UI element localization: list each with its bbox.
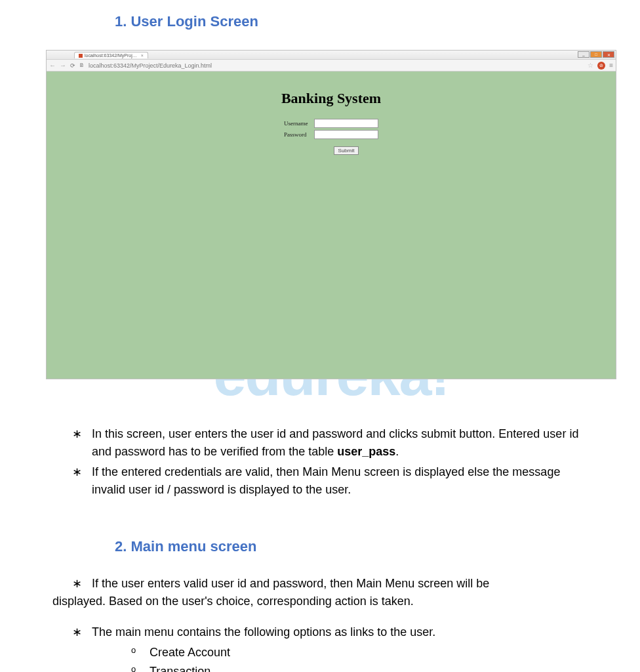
bullet-item: If the entered credentials are valid, th…	[72, 463, 588, 499]
section-2-heading: 2. Main menu screen	[115, 538, 614, 555]
tab-favicon-icon	[79, 54, 83, 58]
section-2-bullets: The main menu contains the following opt…	[72, 623, 588, 672]
window-maximize-button[interactable]: □	[590, 51, 602, 58]
username-input[interactable]	[314, 119, 378, 128]
browser-tab-bar: localhost:63342/MyProj… × _ □ ✕	[47, 51, 616, 60]
login-form: Username Password Submit	[284, 119, 378, 155]
browser-address-bar: ← → ⟳ 🗎 localhost:63342/MyProject/Edurek…	[47, 60, 616, 72]
file-icon: 🗎	[79, 62, 85, 68]
password-label: Password	[284, 131, 314, 138]
bullet-text: If the entered credentials are valid, th…	[92, 465, 560, 496]
menu-icon[interactable]: ≡	[609, 62, 613, 69]
bookmark-star-icon[interactable]: ☆	[588, 62, 593, 69]
bullet-item: In this screen, user enters the user id …	[72, 425, 588, 461]
url-text[interactable]: localhost:63342/MyProject/Edureka_Login.…	[89, 62, 584, 69]
browser-screenshot: localhost:63342/MyProj… × _ □ ✕ ← → ⟳ 🗎 …	[46, 50, 616, 379]
browser-tab[interactable]: localhost:63342/MyProj… ×	[74, 52, 148, 58]
bullet-text: In this screen, user enters the user id …	[92, 427, 578, 458]
page-content: Banking System Username Password Submit	[47, 72, 616, 379]
bullet-item: If the user enters valid user id and pas…	[52, 575, 588, 593]
back-icon[interactable]: ←	[49, 62, 56, 69]
username-label: Username	[284, 120, 314, 127]
sub-item-text: Transaction	[150, 665, 210, 672]
submit-button[interactable]: Submit	[334, 146, 359, 155]
section-1-heading: 1. User Login Screen	[115, 13, 614, 30]
watermark: edureka!	[46, 379, 616, 399]
sub-item: Transaction	[131, 663, 588, 672]
bullet-bold: user_pass	[337, 445, 395, 458]
para-text: If the user enters valid user id and pas…	[92, 577, 489, 590]
reload-icon[interactable]: ⟳	[70, 62, 75, 69]
page-title: Banking System	[47, 90, 616, 107]
extension-icon[interactable]: ⊘	[597, 62, 605, 70]
bullet-item: The main menu contains the following opt…	[72, 623, 588, 672]
password-input[interactable]	[314, 130, 378, 139]
tab-title: localhost:63342/MyProj…	[85, 53, 137, 58]
sub-item-text: Create Account	[150, 646, 230, 659]
bullet-text: The main menu contains the following opt…	[92, 625, 435, 639]
tab-close-icon[interactable]: ×	[141, 53, 144, 58]
window-close-button[interactable]: ✕	[603, 51, 614, 58]
watermark-text: edureka!	[46, 379, 616, 399]
section-2-para: If the user enters valid user id and pas…	[52, 575, 588, 610]
section-1-bullets: In this screen, user enters the user id …	[72, 425, 588, 499]
bullet-text: .	[395, 445, 399, 458]
sub-item: Create Account	[131, 644, 588, 662]
sub-list: Create Account Transaction Display accou…	[131, 644, 588, 672]
window-minimize-button[interactable]: _	[578, 51, 590, 58]
para-text-cont: displayed. Based on the user's choice, c…	[52, 593, 588, 610]
forward-icon[interactable]: →	[60, 62, 66, 69]
